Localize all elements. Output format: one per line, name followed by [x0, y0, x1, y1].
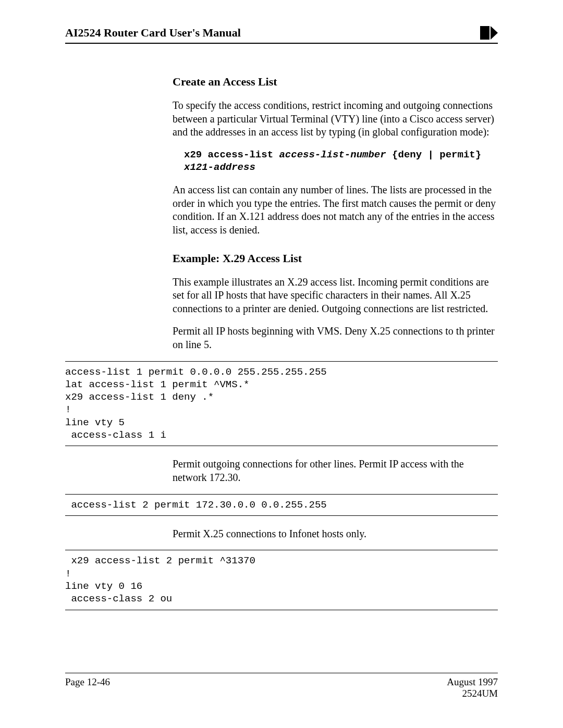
command-syntax: x29 access-list access-list-number {deny…: [184, 149, 498, 174]
paragraph: An access list can contain any number of…: [173, 183, 498, 237]
paragraph: To specify the access conditions, restri…: [173, 99, 498, 139]
content-column: Permit X.25 connections to Infonet hosts…: [173, 527, 498, 541]
divider: [65, 494, 498, 495]
paragraph: Permit all IP hosts beginning with VMS. …: [173, 325, 498, 351]
code-listing: access-list 1 permit 0.0.0.0 255.255.255…: [65, 366, 498, 442]
content-column: Create an Access List To specify the acc…: [173, 75, 498, 352]
footer-right: August 1997 2524UM: [447, 676, 498, 699]
cmd-text: {deny | permit}: [386, 149, 481, 161]
logo-icon: [480, 26, 498, 40]
code-block-3: x29 access-list 2 permit ^31370 ! line v…: [65, 550, 498, 610]
section-heading-example: Example: X.29 Access List: [173, 252, 498, 265]
paragraph: This example illustrates an X.29 access …: [173, 276, 498, 316]
code-listing: access-list 2 permit 172.30.0.0 0.0.255.…: [65, 499, 498, 511]
code-block-2: access-list 2 permit 172.30.0.0 0.0.255.…: [65, 494, 498, 516]
section-heading-create: Create an Access List: [173, 75, 498, 89]
document-page: AI2524 Router Card User's Manual Create …: [0, 0, 563, 720]
header-title: AI2524 Router Card User's Manual: [65, 26, 241, 40]
paragraph: Permit outgoing connections for other li…: [173, 458, 498, 484]
cmd-text: x29 access-list: [184, 149, 279, 161]
paragraph: Permit X.25 connections to Infonet hosts…: [173, 527, 498, 541]
page-footer: Page 12-46 August 1997 2524UM: [65, 673, 498, 699]
footer-date: August 1997: [447, 676, 498, 688]
code-block-1: access-list 1 permit 0.0.0.0 255.255.255…: [65, 361, 498, 447]
divider: [65, 515, 498, 516]
code-listing: x29 access-list 2 permit ^31370 ! line v…: [65, 554, 498, 605]
cmd-param: x121-address: [184, 162, 255, 173]
divider: [65, 550, 498, 550]
footer-docid: 2524UM: [447, 688, 498, 699]
footer-page-number: Page 12-46: [65, 676, 110, 688]
cmd-param: access-list-number: [279, 149, 386, 161]
divider: [65, 361, 498, 362]
divider: [65, 610, 498, 610]
page-header: AI2524 Router Card User's Manual: [65, 26, 498, 44]
svg-rect-0: [480, 26, 489, 40]
divider: [65, 446, 498, 446]
content-column: Permit outgoing connections for other li…: [173, 458, 498, 484]
